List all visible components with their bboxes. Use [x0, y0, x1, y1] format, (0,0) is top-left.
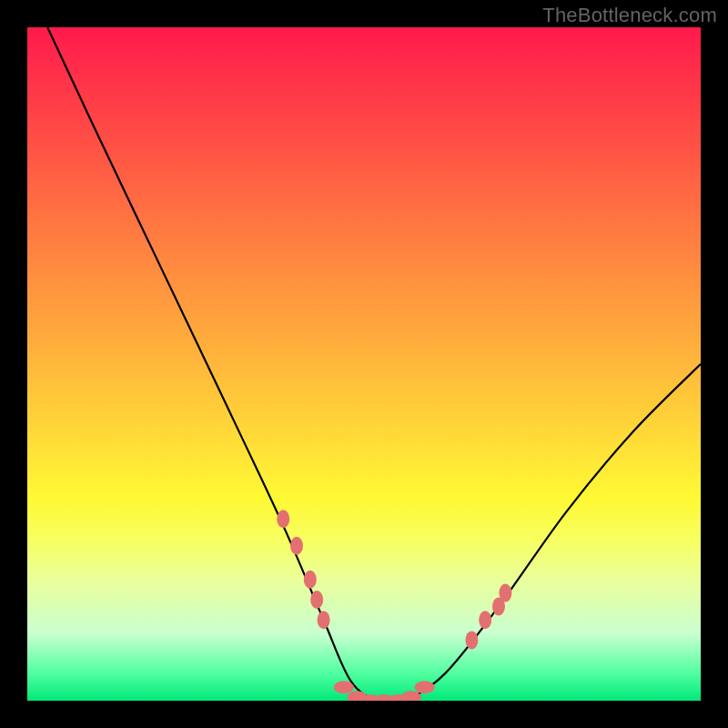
chart-frame: [27, 27, 701, 701]
data-point: [401, 691, 421, 701]
data-point: [465, 631, 478, 649]
chart-svg: [27, 27, 701, 701]
data-point-markers: [277, 510, 511, 701]
data-point: [277, 510, 289, 528]
data-point: [334, 681, 354, 693]
bottleneck-curve: [47, 27, 701, 701]
data-point: [318, 611, 330, 629]
data-point: [415, 681, 435, 693]
data-point: [304, 571, 317, 589]
data-point: [290, 537, 303, 555]
data-point: [499, 584, 511, 602]
data-point: [479, 611, 491, 629]
data-point: [310, 591, 323, 609]
watermark-text: TheBottleneck.com: [542, 4, 717, 27]
